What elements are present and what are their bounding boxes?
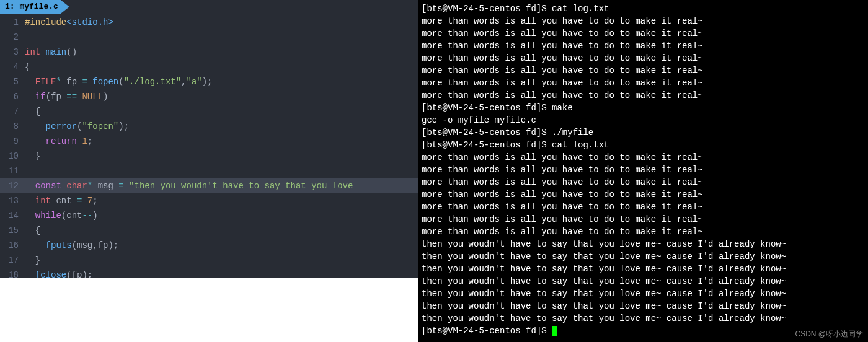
- terminal-output: more than words is all you have to do to…: [422, 201, 864, 213]
- terminal-command: [bts@VM-24-5-centos fd]$ cat log.txt: [422, 139, 864, 151]
- code-line[interactable]: 15 {: [0, 223, 418, 238]
- line-number: 13: [0, 193, 25, 208]
- line-number: 3: [0, 45, 25, 59]
- terminal-command: [bts@VM-24-5-centos fd]$ make: [422, 102, 864, 114]
- terminal-output: more than words is all you have to do to…: [422, 188, 864, 201]
- code-content: }: [25, 149, 40, 164]
- terminal-output: more than words is all you have to do to…: [422, 226, 864, 238]
- terminal-command: [bts@VM-24-5-centos fd]$ ./myfile: [422, 126, 864, 139]
- code-line[interactable]: 18 fclose(fp);: [0, 268, 418, 278]
- line-number: 16: [0, 238, 25, 253]
- code-content: {: [25, 223, 40, 238]
- line-number: 1: [0, 15, 25, 30]
- code-area[interactable]: 1#include<stdio.h>23int main()4{5 FILE* …: [0, 14, 418, 278]
- terminal-output: more than words is all you have to do to…: [422, 77, 864, 89]
- watermark-text: CSDN @呀小边同学: [795, 329, 863, 340]
- code-content: int cnt = 7;: [25, 193, 98, 208]
- code-content: FILE* fp = fopen("./log.txt","a");: [25, 74, 213, 89]
- editor-tab-myfile[interactable]: 1: myfile.c: [0, 0, 69, 14]
- code-line[interactable]: 11: [0, 164, 418, 178]
- code-line[interactable]: 14 while(cnt--): [0, 208, 418, 223]
- terminal-output: more than words is all you have to do to…: [422, 89, 864, 102]
- terminal-output: more than words is all you have to do to…: [422, 176, 864, 188]
- line-number: 4: [0, 59, 25, 74]
- terminal-output: more than words is all you have to do to…: [422, 27, 864, 40]
- editor-tab-bar: 1: myfile.c: [0, 0, 418, 14]
- terminal-output: more than words is all you have to do to…: [422, 64, 864, 77]
- terminal-output: more than words is all you have to do to…: [422, 52, 864, 64]
- code-content: int main(): [25, 45, 77, 59]
- code-line[interactable]: 5 FILE* fp = fopen("./log.txt","a");: [0, 74, 418, 89]
- terminal-output: more than words is all you have to do to…: [422, 40, 864, 52]
- terminal-output: then you woudn't have to say that you lo…: [422, 238, 864, 250]
- terminal-output: more than words is all you have to do to…: [422, 164, 864, 176]
- line-number: 12: [0, 178, 25, 193]
- line-number: 8: [0, 119, 25, 134]
- line-number: 2: [0, 30, 25, 45]
- line-number: 9: [0, 134, 25, 149]
- code-content: if(fp == NULL): [25, 89, 108, 104]
- code-content: {: [25, 104, 40, 119]
- code-line[interactable]: 17 }: [0, 253, 418, 268]
- line-number: 18: [0, 268, 25, 278]
- terminal-output: then you woudn't have to say that you lo…: [422, 250, 864, 263]
- cursor-icon: [552, 326, 557, 336]
- terminal-command: [bts@VM-24-5-centos fd]$ cat log.txt: [422, 2, 864, 15]
- code-content: perror("fopen");: [25, 119, 129, 134]
- terminal-output: then you woudn't have to say that you lo…: [422, 263, 864, 275]
- line-number: 10: [0, 149, 25, 164]
- code-line[interactable]: 13 int cnt = 7;: [0, 193, 418, 208]
- code-editor-pane: 1: myfile.c 1#include<stdio.h>23int main…: [0, 0, 418, 278]
- code-content: #include<stdio.h>: [25, 15, 113, 30]
- code-line[interactable]: 16 fputs(msg,fp);: [0, 238, 418, 253]
- terminal-output: more than words is all you have to do to…: [422, 151, 864, 164]
- code-content: return 1;: [25, 134, 92, 149]
- code-line[interactable]: 6 if(fp == NULL): [0, 89, 418, 104]
- line-number: 7: [0, 104, 25, 119]
- terminal-output: gcc -o myfile myfile.c: [422, 114, 864, 126]
- code-line[interactable]: 3int main(): [0, 45, 418, 59]
- line-number: 17: [0, 253, 25, 268]
- terminal-output: then you woudn't have to say that you lo…: [422, 275, 864, 287]
- code-content: fputs(msg,fp);: [25, 238, 118, 253]
- code-line[interactable]: 2: [0, 30, 418, 45]
- code-content: const char* msg = "then you woudn't have…: [25, 178, 353, 193]
- line-number: 6: [0, 89, 25, 104]
- code-line[interactable]: 12 const char* msg = "then you woudn't h…: [0, 178, 418, 193]
- code-content: }: [25, 253, 40, 268]
- code-line[interactable]: 8 perror("fopen");: [0, 119, 418, 134]
- code-line[interactable]: 4{: [0, 59, 418, 74]
- code-content: {: [25, 59, 30, 74]
- code-line[interactable]: 7 {: [0, 104, 418, 119]
- line-number: 5: [0, 74, 25, 89]
- code-content: fclose(fp);: [25, 268, 92, 278]
- code-line[interactable]: 1#include<stdio.h>: [0, 15, 418, 30]
- line-number: 11: [0, 164, 25, 178]
- code-content: while(cnt--): [25, 208, 98, 223]
- terminal-output: then you woudn't have to say that you lo…: [422, 312, 864, 325]
- terminal-output: then you woudn't have to say that you lo…: [422, 300, 864, 312]
- line-number: 15: [0, 223, 25, 238]
- terminal-pane[interactable]: [bts@VM-24-5-centos fd]$ cat log.txtmore…: [418, 0, 868, 342]
- terminal-output: more than words is all you have to do to…: [422, 213, 864, 226]
- code-line[interactable]: 9 return 1;: [0, 134, 418, 149]
- terminal-output: then you woudn't have to say that you lo…: [422, 287, 864, 300]
- terminal-output: more than words is all you have to do to…: [422, 15, 864, 27]
- code-line[interactable]: 10 }: [0, 149, 418, 164]
- line-number: 14: [0, 208, 25, 223]
